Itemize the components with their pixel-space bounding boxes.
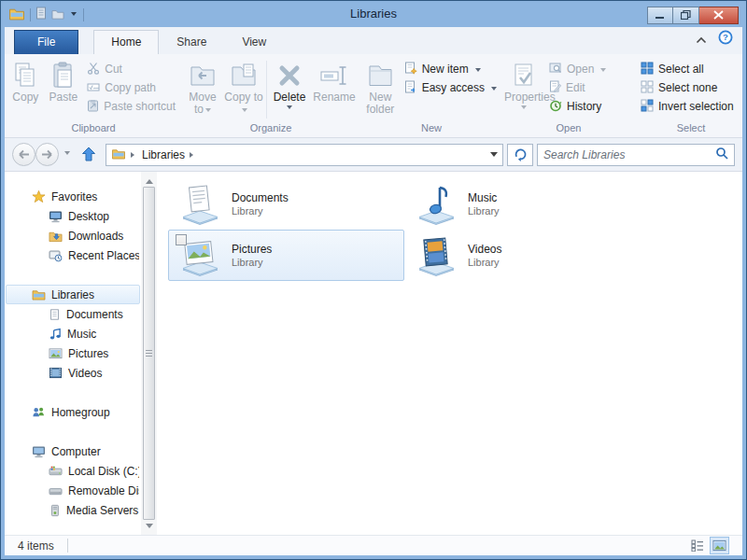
invert-selection-button[interactable]: Invert selection	[641, 99, 734, 114]
copy-path-icon	[87, 81, 100, 95]
scroll-down-button[interactable]	[141, 520, 157, 535]
sidebar-item-desktop[interactable]: Desktop	[6, 206, 140, 226]
sidebar-item-documents[interactable]: Documents	[6, 304, 140, 324]
move-to-icon	[188, 59, 218, 91]
divider	[266, 61, 267, 119]
app-libraries-icon[interactable]	[8, 7, 25, 24]
search-icon[interactable]	[715, 147, 728, 163]
sidebar-item-videos[interactable]: Videos	[6, 363, 140, 383]
scrollbar-grip-icon	[146, 350, 152, 357]
ribbon-tab-row: File Home Share View ?	[5, 27, 742, 54]
sidebar-item-local-disk[interactable]: Local Disk (C:)	[6, 461, 140, 481]
breadcrumb-arrow-icon[interactable]	[131, 152, 137, 158]
refresh-button[interactable]	[507, 144, 533, 166]
select-all-button[interactable]: Select all	[641, 62, 734, 77]
paste-shortcut-icon	[87, 99, 99, 115]
forward-button[interactable]	[35, 143, 59, 166]
tile-pictures-library[interactable]: Pictures Library	[168, 230, 404, 281]
tile-type: Library	[468, 205, 500, 217]
sidebar-item-libraries[interactable]: Libraries	[6, 285, 140, 304]
qat-new-folder-icon[interactable]	[51, 7, 64, 23]
qat-customize-chevron-icon[interactable]	[71, 12, 77, 19]
copy-to-button[interactable]: Copy to	[223, 58, 264, 117]
divider	[30, 8, 31, 21]
close-button[interactable]	[699, 7, 739, 24]
title-bar: Libraries	[1, 1, 746, 27]
new-folder-button[interactable]: New folder	[361, 58, 400, 117]
tile-videos-library[interactable]: Videos Library	[404, 230, 641, 281]
scrollbar-thumb[interactable]	[143, 187, 155, 520]
new-folder-icon	[365, 59, 395, 91]
rename-icon	[318, 59, 350, 91]
address-bar[interactable]: Libraries	[106, 144, 503, 166]
dropdown-caret-icon	[600, 68, 606, 75]
desktop-icon	[49, 210, 63, 223]
tile-name: Music	[468, 191, 500, 205]
qat-properties-icon[interactable]	[35, 7, 47, 23]
easy-access-icon	[404, 80, 417, 96]
new-item-button[interactable]: New item	[404, 62, 497, 77]
sidebar-item-pictures[interactable]: Pictures	[6, 343, 140, 363]
sidebar-item-media-servers[interactable]: Media Servers	[6, 500, 140, 520]
select-none-button[interactable]: Select none	[641, 80, 734, 95]
recent-locations-chevron-icon[interactable]	[64, 151, 70, 158]
properties-button[interactable]: Properties	[503, 58, 544, 113]
sidebar-item-downloads[interactable]: Downloads	[6, 226, 140, 245]
tab-home[interactable]: Home	[93, 30, 159, 54]
rename-button[interactable]: Rename	[310, 58, 359, 105]
divider	[83, 8, 84, 21]
music-library-icon	[411, 182, 459, 226]
tab-file[interactable]: File	[14, 30, 78, 54]
history-button[interactable]: History	[549, 99, 606, 114]
paste-button[interactable]: Paste	[45, 58, 83, 105]
search-input[interactable]	[543, 148, 715, 161]
details-view-button[interactable]	[687, 537, 707, 554]
computer-icon	[32, 445, 46, 458]
sidebar-item-homegroup[interactable]: Homegroup	[6, 402, 140, 422]
minimize-button[interactable]	[647, 7, 673, 24]
restore-button[interactable]	[673, 7, 699, 24]
copy-icon	[11, 59, 39, 91]
open-button[interactable]: Open	[549, 62, 606, 77]
move-to-button[interactable]: Move to	[182, 58, 223, 117]
selection-checkbox[interactable]	[176, 234, 187, 245]
item-count: 4 items	[18, 539, 54, 553]
tab-share[interactable]: Share	[159, 30, 224, 54]
edit-button[interactable]: Edit	[549, 80, 606, 95]
easy-access-button[interactable]: Easy access	[404, 80, 497, 95]
up-button[interactable]	[76, 144, 102, 166]
address-dropdown-icon[interactable]	[490, 152, 498, 161]
sidebar-item-removable-disk[interactable]: Removable Disk (	[6, 481, 140, 500]
document-icon	[49, 308, 61, 321]
copy-path-button[interactable]: Copy path	[87, 80, 176, 95]
delete-button[interactable]: Delete	[269, 58, 310, 113]
minimize-ribbon-icon[interactable]	[696, 31, 707, 48]
copy-button[interactable]: Copy	[7, 58, 45, 105]
tile-type: Library	[232, 257, 272, 269]
sidebar-item-computer[interactable]: Computer	[6, 441, 140, 461]
picture-icon	[49, 347, 63, 359]
sidebar-item-favorites[interactable]: Favorites	[6, 187, 140, 206]
tile-documents-library[interactable]: Documents Library	[168, 178, 404, 230]
ribbon-group-organize: Move to Copy to Delete	[182, 55, 359, 137]
scroll-up-icon	[146, 175, 153, 184]
paste-shortcut-button[interactable]: Paste shortcut	[87, 99, 176, 114]
tab-view[interactable]: View	[224, 30, 284, 54]
history-icon	[549, 99, 562, 115]
back-button[interactable]	[12, 143, 35, 166]
dropdown-caret-icon	[242, 108, 247, 115]
cut-button[interactable]: Cut	[87, 62, 176, 77]
dropdown-caret-icon	[205, 108, 211, 115]
ribbon: Copy Paste Cut	[5, 54, 742, 138]
sidebar-item-music[interactable]: Music	[6, 324, 140, 343]
breadcrumb-libraries[interactable]: Libraries	[142, 148, 185, 161]
scroll-up-button[interactable]	[141, 172, 157, 187]
sidebar-item-recent-places[interactable]: Recent Places	[6, 245, 140, 265]
tile-music-library[interactable]: Music Library	[404, 178, 641, 230]
media-server-icon	[49, 504, 61, 517]
help-icon[interactable]: ?	[718, 30, 733, 49]
breadcrumb-arrow-icon[interactable]	[190, 152, 196, 158]
removable-disk-icon	[49, 484, 63, 497]
svg-text:?: ?	[723, 32, 728, 42]
large-icons-view-button[interactable]	[710, 537, 729, 554]
